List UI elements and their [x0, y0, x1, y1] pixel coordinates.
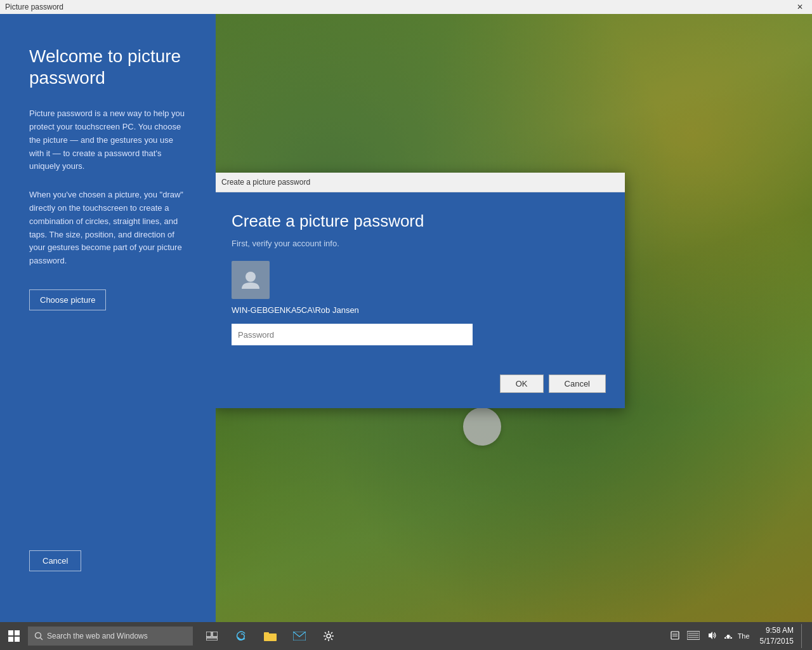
taskbar-notification-text: The — [738, 632, 750, 640]
notification-icon — [671, 631, 679, 640]
file-explorer-icon — [264, 631, 277, 641]
dialog-body: Create a picture password First, verify … — [216, 192, 625, 364]
svg-marker-21 — [709, 632, 712, 639]
svg-rect-4 — [15, 637, 20, 642]
svg-rect-2 — [15, 630, 20, 635]
svg-rect-24 — [730, 637, 732, 639]
volume-speaker-icon — [707, 631, 716, 640]
password-input[interactable] — [232, 324, 473, 345]
description-1: Picture password is a new way to help yo… — [29, 107, 187, 173]
svg-rect-25 — [726, 636, 731, 637]
create-picture-password-dialog: Create a picture password Create a pictu… — [216, 173, 625, 408]
settings-button[interactable] — [315, 622, 343, 650]
dialog-cancel-button[interactable]: Cancel — [549, 375, 606, 393]
svg-rect-9 — [206, 638, 218, 640]
task-view-button[interactable] — [198, 622, 226, 650]
show-desktop-button[interactable] — [801, 624, 807, 648]
user-avatar-icon — [239, 269, 262, 291]
choose-picture-button[interactable]: Choose picture — [29, 289, 106, 310]
task-view-icon — [206, 632, 218, 640]
svg-rect-7 — [206, 632, 211, 637]
app-container: Welcome to picture password Picture pass… — [0, 14, 812, 622]
title-bar-title: Picture password — [5, 3, 63, 11]
svg-line-6 — [41, 638, 43, 640]
svg-rect-20 — [688, 637, 698, 638]
svg-rect-23 — [724, 637, 726, 639]
keyboard-icon[interactable] — [684, 630, 702, 643]
windows-logo-icon — [8, 630, 20, 642]
notification-center-icon[interactable] — [668, 630, 682, 643]
dialog-footer: OK Cancel — [216, 364, 625, 408]
search-box[interactable]: Search the web and Windows — [28, 627, 193, 646]
welcome-heading: Welcome to picture password — [29, 46, 187, 88]
svg-rect-8 — [213, 632, 218, 637]
svg-rect-14 — [671, 632, 679, 639]
username-label: WIN-GEBGENKA5CA\Rob Jansen — [232, 305, 606, 315]
edge-icon — [235, 630, 247, 642]
cancel-button[interactable]: Cancel — [29, 550, 81, 571]
dialog-subtitle: First, verify your account info. — [232, 239, 606, 248]
taskbar-icons — [198, 622, 343, 650]
keyboard-layout-icon — [687, 631, 700, 640]
clock-date: 5/17/2015 — [760, 636, 794, 647]
svg-rect-1 — [8, 630, 13, 635]
settings-icon — [323, 630, 334, 642]
edge-browser-button[interactable] — [227, 622, 255, 650]
volume-icon[interactable] — [705, 630, 719, 643]
desktop-background: Create a picture password Create a pictu… — [216, 14, 812, 622]
mail-icon — [293, 632, 306, 640]
left-panel: Welcome to picture password Picture pass… — [0, 14, 216, 622]
svg-point-0 — [246, 272, 256, 282]
clock-time: 9:58 AM — [760, 625, 794, 636]
dialog-heading: Create a picture password — [232, 211, 606, 231]
title-bar: Picture password ✕ — [0, 0, 812, 14]
close-icon[interactable]: ✕ — [793, 1, 807, 13]
search-placeholder: Search the web and Windows — [47, 632, 148, 640]
svg-rect-18 — [688, 632, 698, 633]
start-button[interactable] — [0, 622, 28, 650]
mail-button[interactable] — [285, 622, 313, 650]
dialog-titlebar: Create a picture password — [216, 173, 625, 192]
dialog-overlay: Create a picture password Create a pictu… — [216, 14, 812, 622]
svg-point-13 — [327, 634, 331, 638]
taskbar: Search the web and Windows — [0, 622, 812, 650]
network-icon[interactable] — [721, 630, 735, 643]
user-avatar — [232, 261, 270, 299]
network-connection-icon — [724, 631, 733, 640]
taskbar-right: The 9:58 AM 5/17/2015 — [668, 624, 812, 648]
clock[interactable]: 9:58 AM 5/17/2015 — [755, 625, 799, 647]
file-explorer-button[interactable] — [256, 622, 284, 650]
description-2: When you've chosen a picture, you "draw"… — [29, 189, 187, 268]
svg-rect-3 — [8, 637, 13, 642]
svg-point-5 — [36, 633, 41, 639]
svg-rect-19 — [688, 635, 698, 636]
ok-button[interactable]: OK — [500, 375, 544, 393]
svg-rect-11 — [264, 632, 269, 635]
search-icon — [34, 632, 43, 640]
